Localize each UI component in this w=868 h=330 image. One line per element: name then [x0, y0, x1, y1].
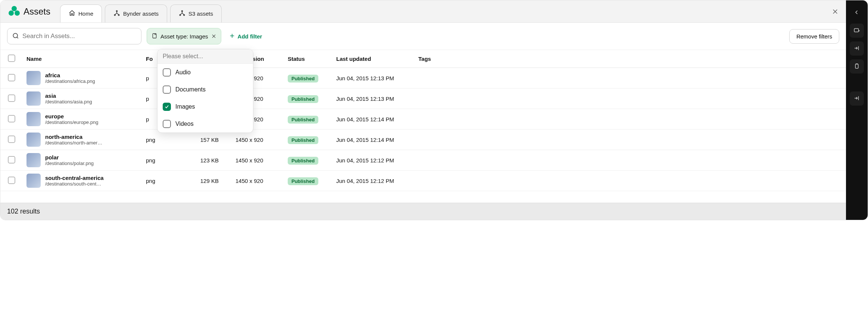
main-panel: Assets Home Bynder assets [0, 0, 846, 220]
add-filter-label: Add filter [238, 33, 262, 40]
clear-filter-icon[interactable] [211, 34, 216, 39]
table-row[interactable]: africa/destinations/africa.pngp1450 x 92… [0, 68, 846, 88]
new-folder-button[interactable] [850, 24, 864, 38]
close-icon[interactable] [831, 7, 839, 16]
tab-home[interactable]: Home [60, 4, 102, 22]
search-field[interactable] [22, 32, 137, 40]
folder-plus-icon [853, 27, 860, 35]
thumbnail-icon [26, 71, 41, 85]
svg-point-2 [118, 15, 119, 16]
table-row[interactable]: asia/destinations/asia.pngp1450 x 920Pub… [0, 88, 846, 109]
clipboard-button[interactable] [850, 59, 864, 74]
assets-table: Name Fo Dimension Status Last updated Ta… [0, 50, 846, 191]
checkbox-icon [163, 103, 171, 111]
svg-rect-8 [855, 64, 858, 68]
dropdown-option[interactable]: Documents [157, 81, 253, 98]
thumbnail-icon [26, 91, 41, 106]
svg-point-1 [114, 15, 115, 16]
name-cell: polar/destinations/polar.png [26, 153, 138, 167]
checkbox-icon[interactable] [8, 55, 15, 62]
status-badge: Published [288, 136, 318, 144]
dropdown-option[interactable]: Images [157, 98, 253, 115]
asset-path: /destinations/asia.png [45, 99, 92, 105]
svg-point-3 [182, 10, 183, 12]
format-cell: png [142, 150, 187, 171]
row-checkbox[interactable] [8, 156, 15, 164]
tab-label: Bynder assets [123, 10, 159, 17]
dimension-cell: 1450 x 920 [232, 171, 284, 191]
dropdown-option-label: Audio [175, 69, 191, 76]
table-row[interactable]: south-central-america/destinations/south… [0, 171, 846, 191]
table-row[interactable]: polar/destinations/polar.pngpng123 KB145… [0, 150, 846, 171]
tags-cell [415, 88, 846, 109]
col-header-name[interactable]: Name [23, 50, 142, 68]
dropdown-option-label: Documents [175, 86, 206, 93]
thumbnail-icon [26, 133, 41, 147]
export-icon [853, 95, 860, 103]
brand: Assets [0, 6, 57, 17]
status-badge: Published [288, 177, 318, 185]
tags-cell [415, 130, 846, 150]
dropdown-option-label: Images [175, 103, 195, 110]
thumbnail-icon [26, 174, 41, 188]
size-cell: 123 KB [187, 150, 232, 171]
asset-path: /destinations/africa.png [45, 78, 95, 84]
add-filter-button[interactable]: Add filter [227, 29, 265, 43]
tab-bynder[interactable]: Bynder assets [105, 4, 167, 22]
dropdown-option-label: Videos [175, 121, 194, 127]
checkbox-icon [163, 120, 171, 128]
clipboard-icon [853, 63, 860, 71]
svg-rect-7 [854, 28, 858, 32]
tags-cell [415, 68, 846, 88]
tab-label: S3 assets [188, 10, 213, 17]
dropdown-option[interactable]: Videos [157, 115, 253, 133]
svg-point-4 [179, 15, 181, 16]
status-badge: Published [288, 157, 318, 165]
svg-point-5 [184, 15, 185, 16]
search-input[interactable] [7, 28, 141, 44]
nodes-icon [179, 10, 185, 18]
import-button[interactable] [850, 41, 864, 56]
row-checkbox[interactable] [8, 115, 15, 122]
filter-bar: Asset type: Images Add filter Remove fil… [0, 23, 846, 50]
col-header-tags[interactable]: Tags [415, 50, 846, 68]
collapse-rail-button[interactable] [850, 6, 864, 20]
row-checkbox[interactable] [8, 177, 15, 184]
remove-filters-button[interactable]: Remove filters [789, 29, 839, 44]
thumbnail-icon [26, 112, 41, 126]
size-cell: 129 KB [187, 171, 232, 191]
tags-cell [415, 150, 846, 171]
updated-cell: Jun 04, 2015 12:12 PM [332, 171, 415, 191]
table-row[interactable]: north-america/destinations/north-amer…pn… [0, 130, 846, 150]
export-button[interactable] [850, 91, 864, 106]
row-checkbox[interactable] [8, 136, 15, 143]
right-rail [846, 0, 868, 220]
tab-label: Home [78, 10, 93, 17]
row-checkbox[interactable] [8, 94, 15, 102]
asset-path: /destinations/south-cent… [45, 181, 104, 187]
tab-s3[interactable]: S3 assets [170, 4, 222, 22]
asset-path: /destinations/north-amer… [45, 140, 102, 146]
col-header-updated[interactable]: Last updated [332, 50, 415, 68]
name-cell: south-central-america/destinations/south… [26, 174, 138, 188]
status-badge: Published [288, 116, 318, 124]
asset-name: africa [45, 72, 95, 78]
checkbox-icon [163, 85, 171, 94]
row-checkbox[interactable] [8, 74, 15, 81]
asset-name: north-america [45, 134, 102, 140]
updated-cell: Jun 04, 2015 12:13 PM [332, 88, 415, 109]
filter-chip-label: Asset type: Images [160, 33, 208, 40]
asset-name: polar [45, 154, 94, 161]
dropdown-option[interactable]: Audio [157, 64, 253, 81]
top-bar: Assets Home Bynder assets [0, 0, 846, 23]
import-icon [853, 45, 860, 53]
filter-chip-asset-type[interactable]: Asset type: Images [147, 28, 221, 44]
table-row[interactable]: europe/destinations/europe.pngp1450 x 92… [0, 109, 846, 130]
dropdown-placeholder[interactable]: Please select... [157, 49, 253, 64]
name-cell: africa/destinations/africa.png [26, 71, 138, 85]
note-icon [152, 33, 157, 40]
tab-strip: Home Bynder assets S3 assets [57, 0, 222, 22]
format-cell: png [142, 171, 187, 191]
col-header-check[interactable] [0, 50, 23, 68]
col-header-status[interactable]: Status [284, 50, 332, 68]
